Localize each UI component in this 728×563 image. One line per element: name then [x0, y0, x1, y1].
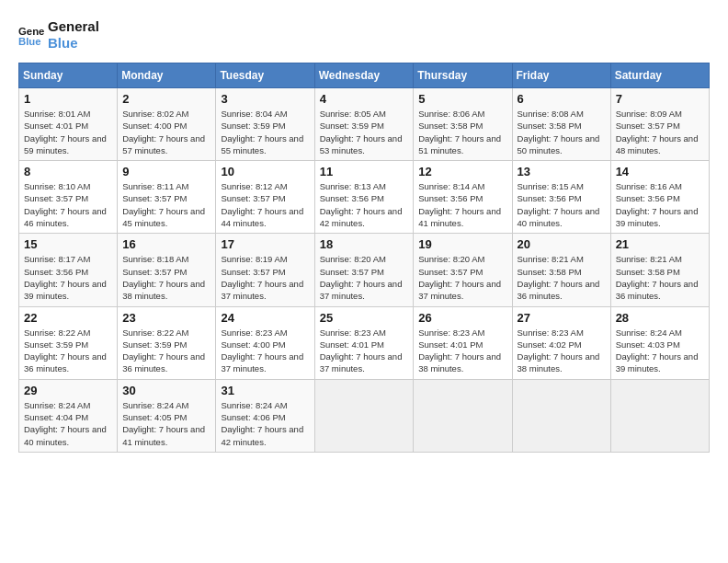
day-info: Sunrise: 8:15 AM Sunset: 3:56 PM Dayligh… — [518, 180, 606, 229]
calendar-cell: 20 Sunrise: 8:21 AM Sunset: 3:58 PM Dayl… — [512, 234, 610, 306]
calendar-cell: 14 Sunrise: 8:16 AM Sunset: 3:56 PM Dayl… — [610, 161, 709, 234]
calendar-cell: 31 Sunrise: 8:24 AM Sunset: 4:06 PM Dayl… — [216, 379, 314, 452]
day-number: 16 — [122, 237, 210, 251]
weekday-header-cell: Tuesday — [216, 63, 314, 88]
day-info: Sunrise: 8:23 AM Sunset: 4:01 PM Dayligh… — [320, 327, 409, 375]
day-number: 7 — [616, 92, 704, 106]
calendar-cell: 7 Sunrise: 8:09 AM Sunset: 3:57 PM Dayli… — [610, 88, 709, 161]
logo-blue: Blue — [48, 35, 99, 52]
day-number: 4 — [320, 92, 409, 106]
day-info: Sunrise: 8:08 AM Sunset: 3:58 PM Dayligh… — [518, 108, 606, 156]
calendar-cell: 18 Sunrise: 8:20 AM Sunset: 3:57 PM Dayl… — [314, 234, 414, 306]
logo-icon: General Blue — [18, 22, 44, 48]
day-number: 27 — [518, 311, 606, 325]
day-number: 28 — [616, 311, 704, 325]
calendar-cell: 8 Sunrise: 8:10 AM Sunset: 3:57 PM Dayli… — [19, 161, 118, 234]
day-number: 26 — [418, 311, 506, 325]
calendar-cell: 10 Sunrise: 8:12 AM Sunset: 3:57 PM Dayl… — [216, 161, 314, 234]
calendar-cell: 27 Sunrise: 8:23 AM Sunset: 4:02 PM Dayl… — [512, 306, 610, 379]
calendar-cell — [512, 379, 610, 452]
calendar-cell: 26 Sunrise: 8:23 AM Sunset: 4:01 PM Dayl… — [414, 306, 512, 379]
day-number: 9 — [122, 165, 210, 178]
day-number: 11 — [320, 165, 409, 178]
calendar-cell: 17 Sunrise: 8:19 AM Sunset: 3:57 PM Dayl… — [216, 234, 314, 306]
calendar-cell: 2 Sunrise: 8:02 AM Sunset: 4:00 PM Dayli… — [118, 88, 216, 161]
day-info: Sunrise: 8:24 AM Sunset: 4:03 PM Dayligh… — [616, 327, 704, 375]
logo: General Blue General Blue — [18, 18, 99, 52]
calendar-cell: 15 Sunrise: 8:17 AM Sunset: 3:56 PM Dayl… — [19, 234, 118, 306]
day-info: Sunrise: 8:21 AM Sunset: 3:58 PM Dayligh… — [518, 253, 606, 302]
day-info: Sunrise: 8:18 AM Sunset: 3:57 PM Dayligh… — [122, 253, 210, 302]
day-info: Sunrise: 8:13 AM Sunset: 3:56 PM Dayligh… — [320, 180, 409, 229]
day-number: 3 — [221, 92, 309, 106]
day-info: Sunrise: 8:24 AM Sunset: 4:04 PM Dayligh… — [24, 399, 112, 448]
calendar-table: SundayMondayTuesdayWednesdayThursdayFrid… — [18, 63, 710, 453]
day-info: Sunrise: 8:24 AM Sunset: 4:06 PM Dayligh… — [221, 399, 309, 448]
calendar-week-row: 1 Sunrise: 8:01 AM Sunset: 4:01 PM Dayli… — [19, 88, 710, 161]
day-number: 12 — [418, 165, 506, 178]
day-info: Sunrise: 8:06 AM Sunset: 3:58 PM Dayligh… — [418, 108, 506, 156]
day-number: 30 — [122, 384, 210, 397]
calendar-cell — [610, 379, 709, 452]
day-number: 19 — [418, 237, 506, 251]
calendar-cell: 24 Sunrise: 8:23 AM Sunset: 4:00 PM Dayl… — [216, 306, 314, 379]
calendar-cell — [414, 379, 512, 452]
day-info: Sunrise: 8:01 AM Sunset: 4:01 PM Dayligh… — [24, 108, 112, 156]
day-info: Sunrise: 8:23 AM Sunset: 4:01 PM Dayligh… — [418, 327, 506, 375]
day-number: 1 — [24, 92, 112, 106]
day-number: 18 — [320, 237, 409, 251]
calendar-cell: 9 Sunrise: 8:11 AM Sunset: 3:57 PM Dayli… — [118, 161, 216, 234]
day-info: Sunrise: 8:10 AM Sunset: 3:57 PM Dayligh… — [24, 180, 112, 229]
calendar-cell: 12 Sunrise: 8:14 AM Sunset: 3:56 PM Dayl… — [414, 161, 512, 234]
day-info: Sunrise: 8:22 AM Sunset: 3:59 PM Dayligh… — [24, 327, 112, 375]
day-info: Sunrise: 8:02 AM Sunset: 4:00 PM Dayligh… — [122, 108, 210, 156]
calendar-cell: 21 Sunrise: 8:21 AM Sunset: 3:58 PM Dayl… — [610, 234, 709, 306]
day-info: Sunrise: 8:14 AM Sunset: 3:56 PM Dayligh… — [418, 180, 506, 229]
calendar-cell: 11 Sunrise: 8:13 AM Sunset: 3:56 PM Dayl… — [314, 161, 414, 234]
calendar-week-row: 8 Sunrise: 8:10 AM Sunset: 3:57 PM Dayli… — [19, 161, 710, 234]
day-number: 17 — [221, 237, 309, 251]
calendar-cell: 19 Sunrise: 8:20 AM Sunset: 3:57 PM Dayl… — [414, 234, 512, 306]
day-number: 6 — [518, 92, 606, 106]
calendar-cell: 5 Sunrise: 8:06 AM Sunset: 3:58 PM Dayli… — [414, 88, 512, 161]
weekday-header-cell: Sunday — [19, 63, 118, 88]
weekday-header-cell: Wednesday — [314, 63, 414, 88]
calendar-cell: 30 Sunrise: 8:24 AM Sunset: 4:05 PM Dayl… — [118, 379, 216, 452]
logo-general: General — [48, 18, 99, 35]
calendar-cell: 23 Sunrise: 8:22 AM Sunset: 3:59 PM Dayl… — [118, 306, 216, 379]
day-number: 31 — [221, 384, 309, 397]
day-number: 13 — [518, 165, 606, 178]
calendar-week-row: 29 Sunrise: 8:24 AM Sunset: 4:04 PM Dayl… — [19, 379, 710, 452]
day-number: 22 — [24, 311, 112, 325]
day-info: Sunrise: 8:04 AM Sunset: 3:59 PM Dayligh… — [221, 108, 309, 156]
day-number: 20 — [518, 237, 606, 251]
day-info: Sunrise: 8:22 AM Sunset: 3:59 PM Dayligh… — [122, 327, 210, 375]
day-info: Sunrise: 8:17 AM Sunset: 3:56 PM Dayligh… — [24, 253, 112, 302]
day-info: Sunrise: 8:16 AM Sunset: 3:56 PM Dayligh… — [616, 180, 704, 229]
calendar-cell: 1 Sunrise: 8:01 AM Sunset: 4:01 PM Dayli… — [19, 88, 118, 161]
day-info: Sunrise: 8:20 AM Sunset: 3:57 PM Dayligh… — [418, 253, 506, 302]
calendar-week-row: 15 Sunrise: 8:17 AM Sunset: 3:56 PM Dayl… — [19, 234, 710, 306]
day-info: Sunrise: 8:20 AM Sunset: 3:57 PM Dayligh… — [320, 253, 409, 302]
calendar-body: 1 Sunrise: 8:01 AM Sunset: 4:01 PM Dayli… — [19, 88, 710, 453]
day-number: 10 — [221, 165, 309, 178]
calendar-cell: 6 Sunrise: 8:08 AM Sunset: 3:58 PM Dayli… — [512, 88, 610, 161]
page-header: General Blue General Blue — [18, 18, 710, 52]
day-info: Sunrise: 8:05 AM Sunset: 3:59 PM Dayligh… — [320, 108, 409, 156]
day-number: 23 — [122, 311, 210, 325]
calendar-cell — [314, 379, 414, 452]
calendar-cell: 3 Sunrise: 8:04 AM Sunset: 3:59 PM Dayli… — [216, 88, 314, 161]
day-info: Sunrise: 8:21 AM Sunset: 3:58 PM Dayligh… — [616, 253, 704, 302]
day-info: Sunrise: 8:12 AM Sunset: 3:57 PM Dayligh… — [221, 180, 309, 229]
day-info: Sunrise: 8:19 AM Sunset: 3:57 PM Dayligh… — [221, 253, 309, 302]
calendar-cell: 29 Sunrise: 8:24 AM Sunset: 4:04 PM Dayl… — [19, 379, 118, 452]
calendar-cell: 13 Sunrise: 8:15 AM Sunset: 3:56 PM Dayl… — [512, 161, 610, 234]
day-info: Sunrise: 8:11 AM Sunset: 3:57 PM Dayligh… — [122, 180, 210, 229]
svg-text:Blue: Blue — [18, 36, 41, 47]
weekday-header-cell: Friday — [512, 63, 610, 88]
day-info: Sunrise: 8:23 AM Sunset: 4:00 PM Dayligh… — [221, 327, 309, 375]
weekday-header-row: SundayMondayTuesdayWednesdayThursdayFrid… — [19, 63, 710, 88]
weekday-header-cell: Thursday — [414, 63, 512, 88]
calendar-cell: 16 Sunrise: 8:18 AM Sunset: 3:57 PM Dayl… — [118, 234, 216, 306]
day-number: 25 — [320, 311, 409, 325]
